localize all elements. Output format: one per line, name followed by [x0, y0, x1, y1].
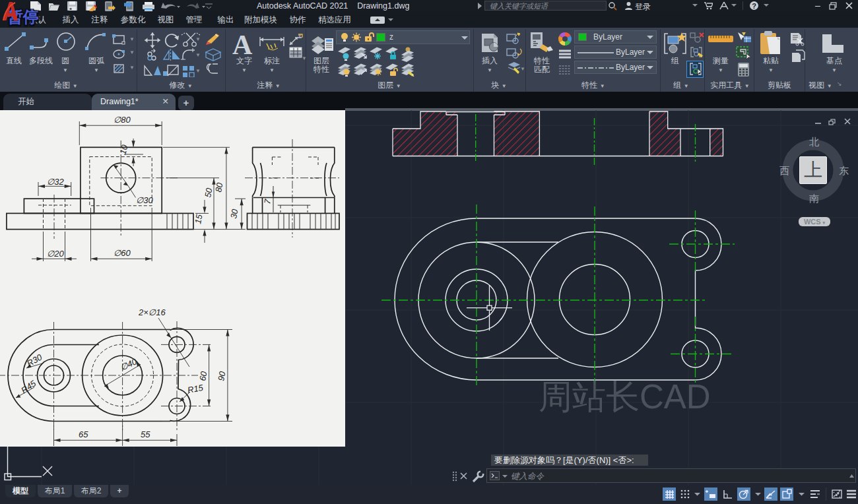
svg-text:∅60: ∅60 [114, 248, 131, 258]
svg-text:7: 7 [262, 198, 273, 205]
svg-text:周站长CAD: 周站长CAD [539, 378, 711, 416]
svg-text:30: 30 [228, 208, 240, 220]
svg-text:60: 60 [197, 370, 209, 382]
svg-text:R15: R15 [187, 383, 205, 395]
svg-text:∅20: ∅20 [47, 249, 65, 259]
svg-text:?: ? [752, 2, 756, 10]
svg-text:90: 90 [216, 370, 227, 382]
svg-text:∅32: ∅32 [47, 177, 65, 187]
svg-text:80: 80 [213, 181, 224, 193]
svg-text:∅80: ∅80 [114, 115, 131, 125]
svg-text:∅40: ∅40 [119, 356, 139, 373]
svg-text:50: 50 [203, 187, 214, 199]
svg-text:2×∅16: 2×∅16 [138, 307, 166, 317]
svg-text:65: 65 [79, 429, 88, 439]
svg-text:15: 15 [193, 213, 204, 225]
svg-text:∅30: ∅30 [136, 195, 154, 205]
svg-text:55: 55 [141, 429, 150, 439]
svg-text:10: 10 [117, 143, 129, 156]
